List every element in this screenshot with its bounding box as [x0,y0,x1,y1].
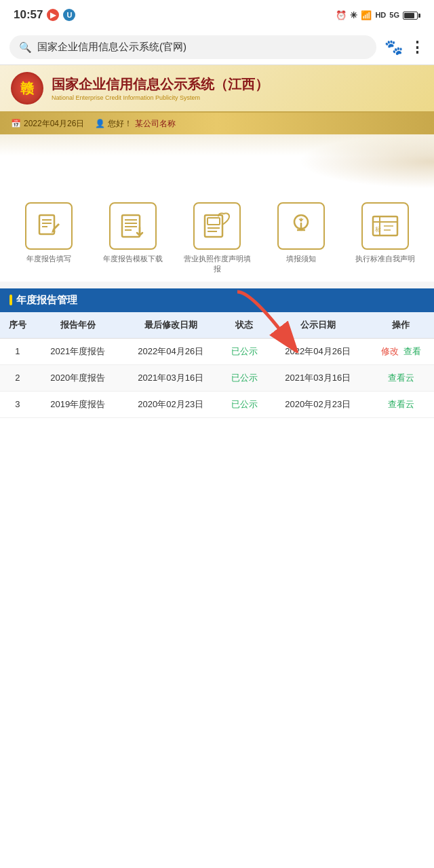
user-item: 👤 您好！ 某公司名称 [95,118,176,130]
cell-actions: 查看云 [368,364,434,391]
svg-rect-0 [39,215,54,234]
template-download-label: 年度报告模板下载 [103,254,163,264]
table-row: 1 2021年度报告 2022年04月26日 已公示 2022年04月26日 修… [0,338,434,364]
menu-item-license-declaration[interactable]: 营业执照作度声明填报 [183,202,251,275]
license-declaration-icon [193,202,241,250]
annual-reports-table: 序号 报告年份 最后修改日期 状态 公示日期 操作 1 2021年度报告 202… [0,312,434,418]
cell-last-modified: 2020年02月23日 [121,391,221,417]
status-bar-left: 10:57 ▶ U [14,8,75,22]
search-icon: 🔍 [19,41,32,54]
section-title: 年度报告管理 [0,288,434,312]
cell-index: 3 [0,391,35,417]
menu-item-standard-declaration[interactable]: 标 执行标准自我声明 [351,202,419,264]
wifi-icon: 📶 [361,10,372,20]
cell-public-date: 2021年03月16日 [268,364,368,391]
more-menu-icon[interactable]: ⋮ [410,39,425,56]
address-bar[interactable]: 🔍 国家企业信用信息公示系统(官网) [9,35,376,59]
standard-declaration-icon: 标 [361,202,409,250]
menu-item-template-download[interactable]: 年度报告模板下载 [99,202,167,264]
cell-actions: 修改 查看 [368,338,434,364]
modify-link[interactable]: 修改 [381,346,399,356]
date-item: 📅 2022年04月26日 [11,118,84,130]
cell-report-year: 2021年度报告 [35,338,121,364]
section-title-text: 年度报告管理 [16,294,77,307]
browser-action-icons: 🐾 ⋮ [384,39,425,56]
browser-bar: 🔍 国家企业信用信息公示系统(官网) 🐾 ⋮ [0,30,434,65]
col-report-year: 报告年份 [35,312,121,339]
cell-status: 已公示 [221,364,268,391]
col-status: 状态 [221,312,268,339]
cell-status: 已公示 [221,338,268,364]
cell-public-date: 2022年04月26日 [268,338,368,364]
cell-index: 2 [0,364,35,391]
cell-report-year: 2020年度报告 [35,364,121,391]
fill-notice-label: 填报须知 [286,254,316,264]
svg-rect-10 [208,218,220,225]
status-bar: 10:57 ▶ U ⏰ ✳ 📶 HD 5G [0,0,434,30]
play-icon: ▶ [47,9,59,21]
svg-point-16 [300,220,302,222]
view-cloud-link[interactable]: 查看云 [388,373,414,383]
view-link[interactable]: 查看 [403,346,421,356]
annual-fill-label: 年度报告填写 [26,254,71,264]
col-last-modified: 最后修改日期 [121,312,221,339]
battery-icon [403,10,420,20]
bluetooth-icon: ✳ [350,10,357,20]
calendar-icon: 📅 [11,119,21,128]
cell-actions: 查看云 [368,391,434,417]
col-public-date: 公示日期 [268,312,368,339]
fill-notice-icon [277,202,325,250]
alarm-icon: ⏰ [336,10,347,20]
search-text: 国家企业信用信息公示系统(官网) [37,41,186,54]
annual-fill-icon [25,202,73,250]
template-download-icon [109,202,157,250]
license-declaration-label: 营业执照作度声明填报 [183,254,251,275]
user-name: 某公司名称 [135,118,176,130]
col-actions: 操作 [368,312,434,339]
menu-item-annual-fill[interactable]: 年度报告填写 [15,202,83,264]
table-row: 2 2020年度报告 2021年03月16日 已公示 2021年03月16日 查… [0,364,434,391]
standard-declaration-label: 执行标准自我声明 [355,254,415,264]
cell-last-modified: 2021年03月16日 [121,364,221,391]
baidu-icon[interactable]: 🐾 [384,39,403,56]
status-bar-right: ⏰ ✳ 📶 HD 5G [336,10,420,20]
site-header: 赣 国家企业信用信息公示系统（江西） National Enterprise C… [0,65,434,113]
table-section: 年度报告管理 序号 报告年份 最后修改日期 状态 公示日期 操作 [0,288,434,425]
col-index: 序号 [0,312,35,339]
date-text: 2022年04月26日 [24,118,84,130]
site-title-en: National Enterprise Credit Information P… [52,94,269,101]
view-cloud-link-2[interactable]: 查看云 [388,399,414,409]
menu-item-fill-notice[interactable]: 填报须知 [267,202,335,264]
table-header-row: 序号 报告年份 最后修改日期 状态 公示日期 操作 [0,312,434,339]
svg-text:标: 标 [374,226,381,233]
arrow-container: 序号 报告年份 最后修改日期 状态 公示日期 操作 1 2021年度报告 202… [0,312,434,418]
cell-report-year: 2019年度报告 [35,391,121,417]
time-display: 10:57 [14,8,43,22]
shield-icon: U [63,9,75,21]
cell-public-date: 2020年02月23日 [268,391,368,417]
icon-menu: 年度报告填写 年度报告模板下载 营业执照作度声明填报 [0,189,434,282]
user-icon: 👤 [95,119,105,128]
info-bar: 📅 2022年04月26日 👤 您好！ 某公司名称 [0,113,434,134]
cell-last-modified: 2022年04月26日 [121,338,221,364]
hd-icon: HD [375,11,386,19]
cell-status: 已公示 [221,391,268,417]
site-title-cn: 国家企业信用信息公示系统（江西） [52,75,269,94]
logo-char: 赣 [20,79,34,98]
site-title-block: 国家企业信用信息公示系统（江西） National Enterprise Cre… [52,75,269,101]
table-row: 3 2019年度报告 2020年02月23日 已公示 2020年02月23日 查… [0,391,434,417]
site-logo: 赣 [11,72,43,105]
bg-decoration [0,134,434,189]
blank-area [0,425,434,868]
user-greeting: 您好！ [108,118,132,130]
5g-icon: 5G [389,11,399,19]
cell-index: 1 [0,338,35,364]
